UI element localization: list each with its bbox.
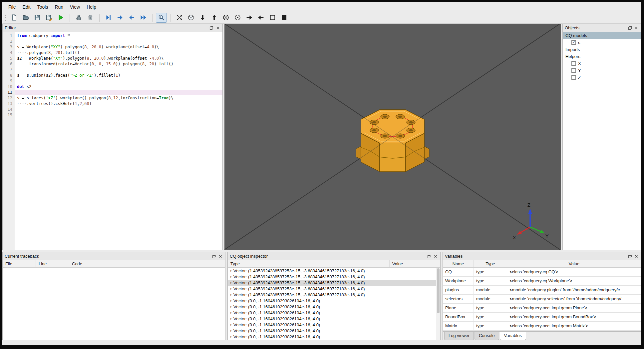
- tab-log-viewer[interactable]: Log viewer: [444, 332, 474, 340]
- expand-arrow-icon[interactable]: ▸: [229, 317, 233, 320]
- code-line-6[interactable]: ····.transformed(rotate=Vector(0, 0, 15.…: [15, 61, 222, 67]
- float-panel-icon[interactable]: [209, 25, 214, 31]
- view-front-button[interactable]: [220, 13, 231, 23]
- code-line-4[interactable]: ····.polygon(8, 20).loft(): [15, 50, 222, 56]
- close-panel-icon[interactable]: [634, 254, 639, 259]
- variable-row-plugins[interactable]: pluginsmodule<module 'cadquery.plugins' …: [443, 286, 641, 295]
- variable-row-matrix[interactable]: Matrixtype<class 'cadquery.occ_impl.geom…: [443, 322, 641, 331]
- inspector-row[interactable]: ▸Vector: (1.4053924288597253e-15, -3.680…: [228, 286, 436, 292]
- inspector-row[interactable]: ▸Vector: (0.0, -1.1604610293826104e-16, …: [228, 334, 436, 340]
- inspector-row[interactable]: ▸Vector: (0.0, -1.1604610293826104e-16, …: [228, 340, 436, 340]
- menu-item-tools[interactable]: Tools: [34, 3, 52, 11]
- inspector-row[interactable]: ▸Vector: (0.0, -1.1604610293826104e-16, …: [228, 328, 436, 334]
- traceback-column-code[interactable]: Code: [69, 260, 225, 267]
- variables-column-type[interactable]: Type: [474, 260, 507, 267]
- expand-arrow-icon[interactable]: ▸: [229, 275, 233, 278]
- variables-column-value[interactable]: Value: [507, 260, 641, 267]
- continue-button[interactable]: [138, 13, 149, 23]
- code-line-9[interactable]: [15, 78, 222, 84]
- float-panel-icon[interactable]: [627, 25, 633, 31]
- new-file-button[interactable]: [9, 13, 20, 23]
- float-panel-icon[interactable]: [427, 254, 432, 259]
- view-right-button[interactable]: [244, 13, 255, 23]
- variable-row-cq[interactable]: CQtype<class 'cadquery.cq.CQ'>: [443, 268, 641, 277]
- code-line-11[interactable]: [15, 90, 222, 95]
- code-line-15[interactable]: [15, 112, 222, 118]
- inspector-column-value[interactable]: Value: [390, 260, 440, 267]
- inspector-row[interactable]: ▸Vector: (0.0, -1.1604610293826104e-16, …: [228, 310, 436, 316]
- objects-tree-item-z[interactable]: Z: [563, 74, 641, 81]
- autofit-button[interactable]: [156, 13, 167, 23]
- traceback-column-file[interactable]: File: [3, 260, 36, 267]
- iso-view-button[interactable]: [185, 13, 196, 23]
- expand-arrow-icon[interactable]: ▸: [229, 293, 233, 296]
- variable-row-workplane[interactable]: Workplanetype<class 'cadquery.cq.Workpla…: [443, 277, 641, 286]
- expand-arrow-icon[interactable]: ▸: [229, 281, 233, 284]
- code-line-1[interactable]: from cadquery import *: [15, 33, 222, 39]
- code-area[interactable]: from cadquery import *s = Workplane("XY"…: [15, 32, 222, 250]
- expand-arrow-icon[interactable]: ▸: [229, 335, 233, 338]
- expand-arrow-icon[interactable]: ▸: [229, 329, 233, 332]
- wireframe-button[interactable]: [267, 13, 278, 23]
- inspector-row[interactable]: ▸Vector: (0.0, -1.1604610293826104e-16, …: [228, 322, 436, 328]
- float-panel-icon[interactable]: [211, 254, 217, 259]
- inspector-row[interactable]: ▸Vector: (1.4053924288597253e-15, -3.680…: [228, 280, 436, 286]
- expand-arrow-icon[interactable]: ▸: [229, 287, 233, 290]
- objects-tree-item-cq-models[interactable]: CQ models: [563, 32, 641, 39]
- view-up-button[interactable]: [209, 13, 220, 23]
- expand-arrow-icon[interactable]: ▸: [229, 305, 233, 308]
- objects-tree-item-imports[interactable]: Imports: [563, 46, 641, 53]
- inspector-row[interactable]: ▸Vector: (1.4053924288597253e-15, -3.680…: [228, 274, 436, 280]
- close-panel-icon[interactable]: [215, 25, 220, 31]
- vertical-scrollbar[interactable]: [436, 268, 440, 340]
- open-file-button[interactable]: [20, 13, 31, 23]
- objects-tree-item-y[interactable]: Y: [563, 67, 641, 74]
- view-down-button[interactable]: [197, 13, 208, 23]
- variable-row-boundbox[interactable]: BoundBoxtype<class 'cadquery.occ_impl.ge…: [443, 313, 641, 322]
- code-line-14[interactable]: [15, 107, 222, 112]
- debug-button[interactable]: [73, 13, 84, 23]
- step-out-button[interactable]: [126, 13, 137, 23]
- menu-item-view[interactable]: View: [67, 3, 83, 11]
- fit-all-button[interactable]: [174, 13, 185, 23]
- inspector-row[interactable]: ▸Vector: (1.4053924288597253e-15, -3.680…: [228, 268, 436, 274]
- close-panel-icon[interactable]: [218, 254, 223, 259]
- code-line-12[interactable]: s = s.faces('>Z').workplane().polygon(8,…: [15, 95, 222, 101]
- toolbar-handle[interactable]: [5, 14, 6, 22]
- code-line-10[interactable]: del s2: [15, 84, 222, 90]
- code-line-13[interactable]: ····.vertices().cskHole(1,2,60): [15, 101, 222, 107]
- code-line-3[interactable]: s = Workplane("XY").polygon(8, 20.0).wor…: [15, 44, 222, 50]
- expand-arrow-icon[interactable]: ▸: [229, 323, 233, 326]
- scrollbar-thumb[interactable]: [437, 268, 440, 313]
- menu-item-run[interactable]: Run: [51, 3, 67, 11]
- objects-tree-item-s[interactable]: ✓s: [563, 39, 641, 46]
- inspector-row[interactable]: ▸Vector: (1.4053924288597253e-15, -3.680…: [228, 292, 436, 298]
- 3d-viewport[interactable]: Z X Y: [224, 24, 561, 250]
- inspector-row[interactable]: ▸Vector: (0.0, -1.1604610293826104e-16, …: [228, 316, 436, 322]
- step-button[interactable]: [103, 13, 114, 23]
- variable-row-plane[interactable]: Planetype<class 'cadquery.occ_impl.geom.…: [443, 304, 641, 313]
- checkbox-s[interactable]: ✓: [571, 40, 576, 45]
- menu-item-edit[interactable]: Edit: [19, 3, 34, 11]
- view-back-button[interactable]: [232, 13, 243, 23]
- traceback-column-line[interactable]: Line: [36, 260, 69, 267]
- checkbox-z[interactable]: [571, 75, 576, 80]
- code-line-8[interactable]: s = s.union(s2).faces('>Z or <Z').fillet…: [15, 73, 222, 78]
- objects-tree-item-helpers[interactable]: Helpers: [563, 53, 641, 60]
- menu-item-help[interactable]: Help: [83, 3, 100, 11]
- save-as-button[interactable]: [44, 13, 55, 23]
- expand-arrow-icon[interactable]: ▸: [229, 299, 233, 302]
- float-panel-icon[interactable]: [627, 254, 633, 259]
- objects-tree-item-x[interactable]: X: [563, 60, 641, 67]
- variables-column-name[interactable]: Name: [443, 260, 474, 267]
- inspector-column-type[interactable]: Type: [228, 260, 390, 267]
- menu-item-file[interactable]: File: [5, 3, 19, 11]
- tab-console[interactable]: Console: [475, 332, 499, 340]
- inspector-row[interactable]: ▸Vector: (0.0, -1.1604610293826104e-16, …: [228, 298, 436, 304]
- view-left-button[interactable]: [255, 13, 266, 23]
- close-panel-icon[interactable]: [634, 25, 639, 31]
- close-panel-icon[interactable]: [433, 254, 438, 259]
- delete-button[interactable]: [85, 13, 96, 23]
- code-line-2[interactable]: [15, 39, 222, 44]
- step-in-button[interactable]: [115, 13, 126, 23]
